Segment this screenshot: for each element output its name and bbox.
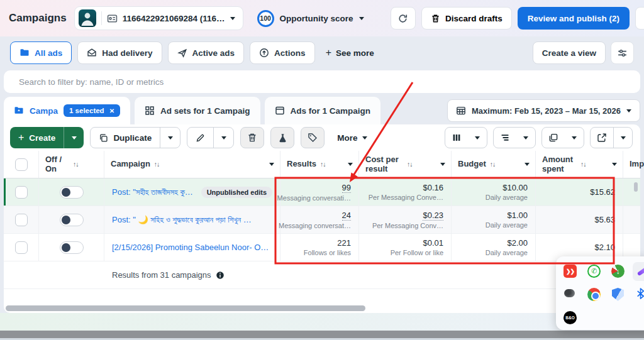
column-cost-per-result[interactable]: Cost per result ↑↓ [359, 151, 452, 178]
create-dropdown[interactable] [64, 127, 84, 148]
campaign-toggle[interactable] [60, 241, 84, 254]
selected-count-badge[interactable]: 1 selected ✕ [64, 104, 120, 117]
sort-icon[interactable]: ↑↓ [73, 160, 79, 168]
campaign-toggle[interactable] [60, 214, 84, 226]
paint-tool-icon[interactable] [633, 262, 644, 281]
info-icon[interactable] [216, 271, 225, 280]
review-publish-button[interactable]: Review and publish (2) [518, 7, 630, 30]
whatsapp-icon[interactable]: ✆ [587, 265, 601, 278]
chevron-down-icon[interactable] [525, 163, 530, 166]
edit-button[interactable] [187, 128, 213, 148]
breakdown-icon [500, 133, 510, 143]
filter-chips-row: All ads Had delivery Active ads Actions … [0, 39, 644, 67]
campaign-name-link[interactable]: Post: " 🌙 সহিহ ও শুদ্ধভাবে কুরআন পড়া শি… [112, 215, 252, 225]
chevron-down-icon[interactable] [348, 163, 353, 166]
column-results[interactable]: Results ↑↓ [280, 151, 359, 178]
column-campaign[interactable]: Campaign ↑↓ [104, 151, 280, 178]
table-row[interactable]: Post: "সহীহ তাজবীদসহ কুর… Unpublished ed… [4, 178, 640, 206]
filter-active-ads[interactable]: Active ads [168, 41, 245, 64]
filter-had-delivery[interactable]: Had delivery [77, 41, 162, 64]
view-settings-button[interactable] [611, 41, 634, 64]
create-button[interactable]: + Create [10, 127, 64, 148]
refresh-button[interactable] [391, 7, 416, 30]
campaign-toggle[interactable] [60, 186, 84, 199]
opportunity-score-label: Opportunity score [280, 14, 353, 23]
sort-icon[interactable]: ↑↓ [580, 160, 586, 168]
breakdown-button[interactable] [494, 128, 516, 148]
export-dropdown[interactable] [613, 128, 632, 148]
tag-button[interactable] [301, 127, 325, 148]
actions-icon [259, 48, 269, 58]
scrollbar-thumb[interactable] [6, 305, 365, 311]
opportunity-score-badge: 100 [257, 10, 274, 27]
budget-value: $2.00 [507, 238, 528, 248]
tab-ads[interactable]: Ads for 1 Campaign [265, 97, 381, 124]
results-value[interactable]: 99 [342, 183, 351, 193]
row-checkbox[interactable] [15, 186, 28, 199]
more-button[interactable]: More [337, 133, 367, 143]
table-row[interactable]: Post: " 🌙 সহিহ ও শুদ্ধভাবে কুরআন পড়া শি… [4, 206, 640, 234]
bo-audio-icon[interactable]: B&O [564, 311, 577, 324]
filter-actions[interactable]: Actions [250, 41, 315, 64]
row-checkbox[interactable] [15, 214, 28, 226]
sort-icon[interactable]: ↑↓ [154, 160, 160, 168]
column-off-on[interactable]: Off / On ↑↓ [39, 151, 104, 178]
duplicate-button[interactable]: Duplicate [91, 128, 160, 148]
reports-button[interactable] [542, 128, 565, 148]
sliders-icon [617, 48, 628, 58]
duplicate-dropdown[interactable] [160, 128, 180, 148]
chevron-down-icon[interactable] [269, 163, 274, 166]
cost-per-result-value[interactable]: $0.23 [423, 211, 443, 221]
row-checkbox[interactable] [15, 241, 28, 254]
gray-app-icon[interactable] [564, 289, 575, 297]
see-more-button[interactable]: + See more [326, 48, 374, 58]
plus-icon: + [18, 133, 24, 143]
trash-icon [431, 14, 440, 23]
amount-spent-value: $2.10 [594, 243, 615, 252]
campaign-name-link[interactable]: Post: "সহীহ তাজবীদসহ কুর… [112, 187, 196, 197]
reports-dropdown[interactable] [565, 128, 584, 148]
sort-icon[interactable]: ↑↓ [490, 160, 496, 168]
column-amount-spent[interactable]: Amount spent ↑↓ [536, 151, 623, 178]
export-button[interactable] [591, 128, 613, 148]
tab-campaigns[interactable]: Campa 1 selected ✕ [4, 97, 130, 124]
sort-icon[interactable]: ↑↓ [320, 160, 326, 168]
search-input[interactable] [4, 70, 640, 93]
ab-test-button[interactable] [270, 127, 294, 148]
filter-all-ads[interactable]: All ads [10, 41, 72, 64]
partial-button[interactable] [635, 7, 644, 30]
table-row[interactable]: [2/15/2026] Promoting Sabeelun Noor- Onl… [4, 234, 640, 261]
chevron-down-icon[interactable] [612, 163, 617, 166]
tab-ad-sets[interactable]: Ad sets for 1 Campaig [135, 97, 260, 124]
idm-icon[interactable]: ↓ [611, 265, 625, 278]
security-shield-icon[interactable] [612, 288, 624, 301]
sort-icon[interactable]: ↑↓ [407, 160, 413, 168]
vertical-scrollbar[interactable] [634, 182, 638, 192]
deselect-icon[interactable]: ✕ [109, 107, 114, 114]
search-bar [4, 70, 640, 93]
delete-button[interactable] [240, 127, 264, 148]
select-all-checkbox[interactable] [15, 158, 28, 171]
results-value[interactable]: 24 [342, 211, 351, 221]
red-app-icon[interactable]: ❯❯ [564, 265, 577, 278]
chevron-down-icon[interactable] [440, 163, 445, 166]
chrome-icon[interactable] [587, 288, 601, 301]
account-selector[interactable]: 1166422921069284 (116… [74, 6, 243, 30]
bluetooth-icon[interactable] [636, 288, 644, 300]
discard-drafts-button[interactable]: Discard drafts [421, 7, 512, 30]
column-budget[interactable]: Budget ↑↓ [452, 151, 536, 178]
duplicate-split-button: Duplicate [90, 127, 180, 148]
opportunity-score[interactable]: 100 Opportunity score [257, 10, 364, 27]
campaign-name-link[interactable]: [2/15/2026] Promoting Sabeelun Noor- Onl… [112, 243, 272, 252]
breakdown-dropdown[interactable] [516, 128, 535, 148]
horizontal-scrollbar[interactable] [6, 305, 638, 311]
edit-dropdown[interactable] [213, 128, 233, 148]
unpublished-edits-badge: Unpublished edits [201, 187, 272, 198]
columns-button[interactable] [445, 128, 468, 148]
pencil-icon [196, 133, 205, 143]
results-value: 221 [337, 238, 351, 248]
date-range-selector[interactable]: Maximum: Feb 15, 2023 – Mar 15, 2026 [447, 99, 640, 122]
column-impressions[interactable]: Impre [623, 151, 644, 178]
columns-dropdown[interactable] [468, 128, 487, 148]
create-a-view-button[interactable]: Create a view [533, 41, 606, 64]
